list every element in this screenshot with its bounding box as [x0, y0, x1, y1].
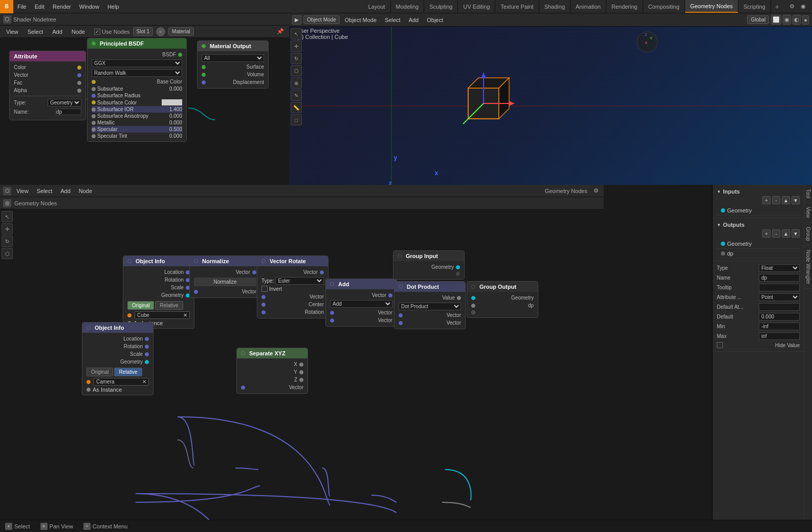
inputs-section-header[interactable]: ▼ Inputs	[717, 187, 800, 196]
viewport-select-menu[interactable]: Select	[382, 16, 404, 24]
render-engine-btn[interactable]: ◉	[799, 2, 808, 11]
outputs-section-header[interactable]: ▼ Outputs	[717, 220, 800, 229]
default-input[interactable]	[759, 313, 800, 321]
tab-layout[interactable]: Layout	[363, 0, 391, 13]
cursor-tool[interactable]: ↖	[291, 28, 302, 39]
type-select[interactable]: Float	[759, 264, 800, 272]
outputs-move-down-btn[interactable]: ▼	[792, 229, 800, 238]
geo-scale-tool[interactable]: ⬡	[2, 248, 13, 259]
menu-window[interactable]: Window	[75, 2, 103, 12]
shader-select-menu[interactable]: Select	[25, 28, 47, 36]
tab-modeling[interactable]: Modeling	[391, 0, 425, 13]
wireframe-shading-btn[interactable]: ⬜	[771, 15, 781, 25]
menu-edit[interactable]: Edit	[31, 2, 49, 12]
add-cube-tool[interactable]: □	[291, 114, 302, 125]
geo-add-menu[interactable]: Add	[57, 187, 74, 195]
obj1-relative-btn[interactable]: Relative	[155, 301, 183, 310]
material-selector[interactable]: Material	[168, 27, 194, 36]
geo-nodetree-icon[interactable]: ◎	[3, 199, 11, 207]
inputs-remove-btn[interactable]: -	[772, 196, 780, 204]
side-tab-node-wrangler[interactable]: Node Wrangler	[804, 246, 812, 289]
tab-compositing[interactable]: Compositing	[643, 0, 685, 13]
name-input[interactable]	[759, 274, 800, 282]
viewport-object-menu[interactable]: Object	[424, 16, 446, 24]
solid-shading-btn[interactable]: ◉	[783, 15, 791, 25]
shader-editor-type-icon[interactable]: ⬡	[3, 15, 11, 24]
transform-tool[interactable]: ⊕	[291, 77, 302, 89]
obj1-original-btn[interactable]: Original	[127, 301, 154, 310]
side-tab-tool[interactable]: Tool	[804, 185, 812, 203]
max-input[interactable]	[759, 332, 800, 340]
inputs-move-down-btn[interactable]: ▼	[792, 196, 800, 204]
geo-move-tool[interactable]: ✛	[2, 223, 13, 235]
tab-uv-editing[interactable]: UV Editing	[458, 0, 495, 13]
world-icon[interactable]: ○	[156, 27, 165, 36]
menu-render[interactable]: Render	[49, 2, 75, 12]
principled-subcolor-swatch[interactable]	[162, 99, 182, 105]
menu-help[interactable]: Help	[103, 2, 123, 12]
geo-cursor-tool[interactable]: ↖	[2, 211, 13, 222]
viewport-overlay-btn[interactable]: Global	[747, 15, 769, 24]
principled-ggx-select[interactable]: GGX	[92, 59, 182, 67]
obj2-object-select[interactable]: Camera ✕	[86, 378, 149, 386]
viewport-camera-icon[interactable]: ▶	[292, 15, 301, 25]
menu-file[interactable]: File	[13, 2, 31, 12]
attribute-select[interactable]: Point	[759, 293, 800, 301]
vec-rotate-invert-checkbox[interactable]	[261, 286, 268, 292]
tab-geometry-nodes[interactable]: Geometry Nodes	[685, 0, 738, 13]
viewport-view-menu[interactable]: Object Mode	[342, 16, 380, 24]
obj1-object-select[interactable]: Cube ✕	[127, 311, 190, 319]
obj2-relative-btn[interactable]: Relative	[114, 368, 142, 376]
normalize-btn[interactable]: Normalize	[194, 278, 256, 286]
viewport-add-menu[interactable]: Add	[406, 16, 422, 24]
inputs-add-btn[interactable]: +	[762, 196, 771, 204]
object-mode-btn[interactable]: Object Mode	[303, 15, 340, 24]
shader-add-menu[interactable]: Add	[49, 28, 65, 36]
obj1-cube-input[interactable]: Cube ✕	[135, 311, 190, 319]
tab-rendering[interactable]: Rendering	[606, 0, 643, 13]
principled-multiscatter-select[interactable]: Random Walk	[92, 69, 182, 77]
inputs-move-up-btn[interactable]: ▲	[782, 196, 790, 204]
side-tab-view[interactable]: View	[804, 203, 812, 223]
rotate-tool[interactable]: ↻	[291, 53, 302, 64]
geo-view-menu[interactable]: View	[13, 187, 32, 195]
tab-scripting[interactable]: Scripting	[738, 0, 771, 13]
move-tool[interactable]: ✛	[291, 40, 302, 52]
use-nodes-toggle[interactable]: ✓ Use Nodes	[94, 29, 129, 35]
geo-node-menu[interactable]: Node	[76, 187, 95, 195]
tab-animation[interactable]: Animation	[570, 0, 606, 13]
use-nodes-checkbox[interactable]: ✓	[94, 29, 100, 35]
outputs-add-btn[interactable]: +	[762, 229, 771, 238]
geo-settings-icon[interactable]: ⚙	[591, 186, 601, 195]
shader-view-menu[interactable]: View	[3, 28, 21, 36]
tooltip-input[interactable]	[759, 284, 800, 291]
obj2-clear-icon[interactable]: ✕	[142, 379, 146, 385]
shader-pin-btn[interactable]: 📌	[275, 27, 286, 36]
add-workspace-btn[interactable]: +	[771, 1, 783, 13]
attr-type-select[interactable]: Geometry	[48, 99, 81, 107]
attr-name-input[interactable]	[56, 109, 81, 115]
geo-editor-type-icon[interactable]: ⬡	[3, 187, 11, 195]
slot-selector[interactable]: Slot 1	[133, 27, 153, 36]
outputs-move-up-btn[interactable]: ▲	[782, 229, 790, 238]
tab-shading[interactable]: Shading	[539, 0, 570, 13]
tab-sculpting[interactable]: Sculpting	[424, 0, 458, 13]
geo-select-menu[interactable]: Select	[34, 187, 56, 195]
measure-tool[interactable]: 📏	[291, 102, 302, 113]
rendered-shading-btn[interactable]: ●	[802, 15, 809, 25]
scene-selector[interactable]: ⚙	[787, 2, 797, 11]
shader-node-menu[interactable]: Node	[69, 28, 88, 36]
add-operation-select[interactable]: Add	[330, 300, 392, 308]
hide-value-checkbox[interactable]	[717, 342, 723, 348]
default-at-input[interactable]	[759, 303, 800, 311]
obj1-clear-icon[interactable]: ✕	[183, 312, 187, 318]
obj2-original-btn[interactable]: Original	[86, 368, 113, 376]
scale-tool[interactable]: ⬡	[291, 65, 302, 76]
dot-operation-select[interactable]: Dot Product	[399, 303, 461, 310]
material-shading-btn[interactable]: ◐	[793, 15, 801, 25]
obj2-camera-input[interactable]: Camera ✕	[94, 378, 149, 386]
geo-pin-btn[interactable]: Geometry Nodes	[543, 187, 589, 195]
annotate-tool[interactable]: ✎	[291, 90, 302, 101]
geo-rotate-tool[interactable]: ↻	[2, 236, 13, 247]
side-tab-group[interactable]: Group	[804, 223, 812, 246]
